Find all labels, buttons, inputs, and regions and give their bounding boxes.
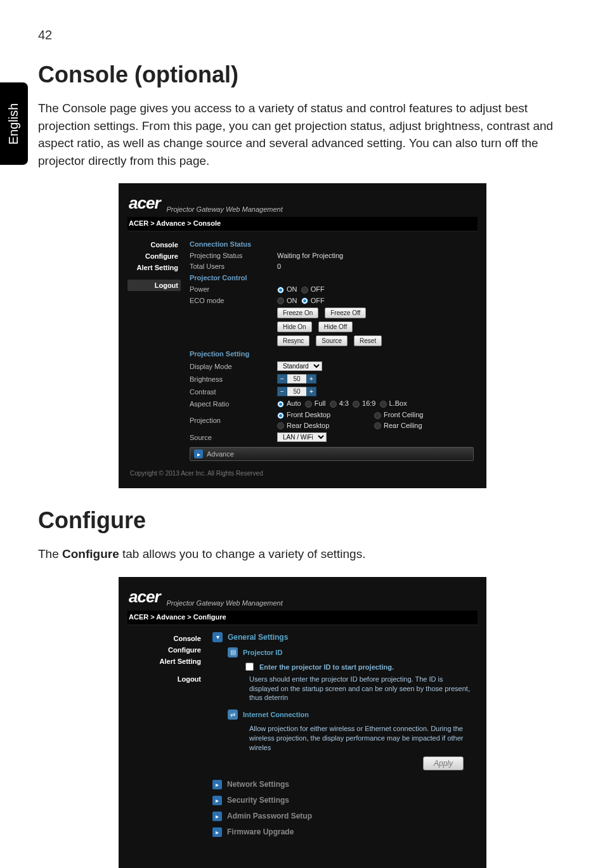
aspect-169-radio[interactable] [353, 401, 360, 408]
security-settings-row[interactable]: ▸Security Settings [212, 793, 474, 808]
eco-on-radio[interactable] [277, 297, 284, 304]
left-nav: Console Configure Alert Setting Logout [127, 629, 204, 868]
resync-button[interactable]: Resync [277, 335, 309, 346]
brightness-minus[interactable]: − [277, 374, 287, 384]
projector-id-description: Users should enter the projector ID befo… [249, 675, 474, 703]
aspect-full-radio[interactable] [305, 401, 312, 408]
projecting-status-value: Waiting for Projecting [277, 252, 343, 259]
internet-conn-title: Internet Connection [243, 711, 309, 718]
advance-text: Advance [207, 450, 234, 458]
projector-id-subheading: Enter the projector ID to start projecti… [259, 663, 394, 671]
proj-rear-ceiling-text: Rear Ceiling [384, 422, 422, 429]
proj-front-desktop-radio[interactable] [277, 412, 284, 419]
proj-front-ceiling-radio[interactable] [374, 412, 381, 419]
aspect-43-text: 4:3 [339, 399, 349, 407]
nav-console[interactable]: Console [127, 633, 204, 644]
contrast-stepper[interactable]: −50+ [277, 387, 316, 396]
eco-label: ECO mode [190, 297, 271, 304]
brightness-stepper[interactable]: −50+ [277, 374, 316, 384]
projecting-status-label: Projecting Status [190, 252, 271, 259]
contrast-label: Contrast [190, 388, 271, 396]
internet-conn-description: Allow projection for either wireless or … [249, 724, 474, 753]
left-nav: Console Configure Alert Setting Logout [127, 235, 181, 463]
expand-icon: ▸ [212, 812, 222, 821]
general-settings-header[interactable]: ▾ General Settings [212, 630, 474, 644]
console-section-heading: Console (optional) [38, 62, 567, 88]
aspect-auto-text: Auto [287, 399, 301, 407]
source-label: Source [190, 434, 271, 441]
console-screenshot: acer Projector Gateway Web Management AC… [119, 183, 486, 488]
nav-configure[interactable]: Configure [127, 644, 204, 656]
nav-alert-setting[interactable]: Alert Setting [127, 262, 181, 273]
eco-off-radio[interactable] [301, 297, 308, 304]
footer-copyright: Copyright © 2013 Acer Inc. All Rights Re… [127, 463, 478, 479]
aspect-full-text: Full [315, 399, 326, 407]
firmware-upgrade-row[interactable]: ▸Firmware Upgrade [212, 824, 474, 840]
nav-alert-setting[interactable]: Alert Setting [127, 656, 204, 667]
configure-section-heading: Configure [38, 507, 567, 534]
power-off-radio[interactable] [301, 287, 308, 294]
projector-id-checkbox[interactable] [245, 663, 254, 671]
projector-id-title: Projector ID [243, 649, 282, 656]
proj-front-desktop-text: Front Desktop [287, 411, 330, 418]
advance-bar[interactable]: ▸ Advance [190, 447, 474, 461]
acer-logo: acer [129, 587, 160, 607]
source-select[interactable]: LAN / WiFi [277, 432, 327, 442]
nav-console[interactable]: Console [127, 239, 181, 250]
security-settings-title: Security Settings [227, 796, 289, 805]
aspect-auto-radio[interactable] [277, 401, 284, 408]
logo-subtitle: Projector Gateway Web Management [167, 205, 283, 213]
hide-on-button[interactable]: Hide On [277, 321, 312, 332]
configure-body-bold: Configure [62, 547, 119, 560]
aspect-lbox-text: L.Box [389, 399, 407, 407]
expand-icon: ▸ [212, 827, 222, 837]
proj-rear-ceiling-radio[interactable] [374, 422, 381, 429]
total-users-value: 0 [277, 262, 281, 270]
network-settings-row[interactable]: ▸Network Settings [212, 777, 474, 793]
aspect-169-text: 16:9 [362, 399, 375, 407]
nav-logout[interactable]: Logout [127, 673, 204, 685]
nav-configure[interactable]: Configure [127, 250, 181, 262]
configure-section-body: The Configure tab allows you to change a… [38, 545, 558, 563]
projection-setting-heading: Projection Setting [190, 350, 474, 358]
admin-password-title: Admin Password Setup [227, 812, 312, 820]
connection-status-heading: Connection Status [190, 240, 474, 248]
contrast-minus[interactable]: − [277, 387, 287, 396]
hide-off-button[interactable]: Hide Off [318, 321, 353, 332]
power-label: Power [190, 285, 271, 293]
reset-button[interactable]: Reset [354, 335, 382, 346]
freeze-on-button[interactable]: Freeze On [277, 308, 318, 318]
power-on-radio[interactable] [277, 287, 284, 294]
eco-off-text: OFF [311, 297, 325, 304]
network-settings-title: Network Settings [227, 780, 289, 789]
admin-password-row[interactable]: ▸Admin Password Setup [212, 808, 474, 824]
aspect-ratio-label: Aspect Ratio [190, 400, 271, 408]
proj-front-ceiling-text: Front Ceiling [384, 411, 423, 418]
apply-button[interactable]: Apply [423, 756, 464, 770]
expand-icon: ▸ [212, 796, 222, 805]
freeze-off-button[interactable]: Freeze Off [325, 308, 366, 318]
proj-rear-desktop-radio[interactable] [277, 422, 284, 429]
page-number: 42 [38, 28, 567, 42]
logo-subtitle: Projector Gateway Web Management [167, 599, 283, 607]
projection-label: Projection [190, 417, 271, 424]
display-mode-select[interactable]: Standard [277, 361, 322, 371]
general-settings-title: General Settings [228, 633, 288, 642]
configure-body-prefix: The [38, 547, 62, 560]
source-button[interactable]: Source [316, 335, 348, 346]
aspect-lbox-radio[interactable] [380, 401, 387, 408]
breadcrumb: ACER > Advance > Console [127, 217, 478, 231]
collapse-icon: ▾ [212, 632, 223, 642]
aspect-43-radio[interactable] [330, 401, 337, 408]
internet-conn-icon: ⇄ [228, 709, 238, 720]
projector-control-heading: Projector Control [190, 274, 474, 282]
contrast-plus[interactable]: + [306, 387, 316, 396]
brightness-plus[interactable]: + [306, 374, 316, 384]
acer-logo: acer [129, 193, 160, 213]
projector-id-icon: ▤ [228, 647, 238, 657]
power-on-text: ON [287, 285, 297, 293]
brightness-label: Brightness [190, 375, 271, 383]
power-off-text: OFF [311, 285, 325, 293]
breadcrumb: ACER > Advance > Configure [127, 611, 478, 625]
nav-logout[interactable]: Logout [127, 280, 181, 291]
